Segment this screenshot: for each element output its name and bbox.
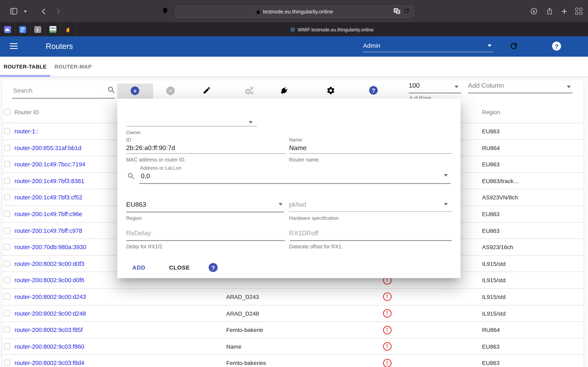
row-checkbox[interactable] (4, 244, 10, 250)
back-icon[interactable] (39, 7, 48, 16)
row-checkbox[interactable] (4, 178, 10, 184)
web-page: Routers Admin ? ROUTER-TABLE ROUTER-MAP … (0, 36, 588, 367)
tab-router-map[interactable]: ROUTER-MAP (50, 57, 96, 77)
address-search-icon (127, 172, 135, 180)
chevron-down-icon (444, 203, 448, 206)
dialog-help-button[interactable]: ? (209, 263, 218, 272)
active-tab-indicator (0, 75, 50, 77)
add-router-button[interactable]: + (131, 86, 139, 95)
row-checkbox[interactable] (4, 145, 10, 151)
new-tab-icon[interactable]: + (562, 7, 567, 15)
name-helper: Router name. (289, 157, 320, 163)
pinned-tab-info[interactable]: I (30, 23, 45, 36)
router-id-link[interactable]: router-200:8002:9c00:d248 (15, 310, 86, 317)
hardware-underline (289, 211, 452, 212)
pinned-tab-docs[interactable] (15, 23, 30, 36)
privacy-shield-icon[interactable] (162, 7, 169, 15)
router-id-link[interactable]: router-200:1c49:7bf3:8361 (15, 178, 84, 184)
router-id-link[interactable]: router-200:8002:9c03:f85f (15, 327, 83, 333)
row-checkbox[interactable] (4, 211, 10, 217)
region-cell: EU863/track… (482, 178, 519, 184)
region-cell: RU864 (482, 145, 500, 151)
search-input[interactable]: Search (13, 87, 33, 94)
usda-icon: USDA (49, 26, 56, 33)
row-checkbox[interactable] (4, 261, 10, 267)
router-id-link[interactable]: router-1:: (15, 128, 39, 134)
router-id-link[interactable]: router-200:8002:9c00:d0f3 (15, 261, 84, 267)
region-cell: EU863 (482, 227, 500, 234)
region-cell: EU863 (482, 161, 500, 167)
toolbar-help-button[interactable]: ? (369, 86, 378, 95)
row-checkbox[interactable] (4, 227, 10, 234)
table-row: router-200:8002:9c00:d248 ARAD_D248 ! IL… (2, 305, 584, 322)
safari-window: testnode.eu.thingularity.online A文 + I U… (0, 0, 588, 367)
region-underline (126, 212, 284, 212)
error-icon[interactable]: ! (383, 292, 391, 301)
router-id-link[interactable]: router-200:8002:9c00:d243 (15, 294, 86, 300)
region-cell: AS923VN/8ch (482, 194, 518, 201)
error-icon[interactable]: ! (383, 359, 391, 367)
name-field[interactable]: Name (289, 144, 306, 152)
error-icon[interactable]: ! (383, 309, 391, 318)
chevron-down-icon[interactable] (444, 174, 448, 176)
router-id-link[interactable]: router-200:70db:980a:3930 (15, 244, 86, 250)
address-underline (139, 183, 451, 184)
add-button[interactable]: ADD (132, 264, 145, 271)
rxdelay-field[interactable]: RxDelay (126, 230, 151, 237)
router-id-link[interactable]: router-200:1c49:7bcc:7194 (15, 161, 85, 167)
refresh-button[interactable] (509, 42, 518, 50)
help-button[interactable]: ? (552, 42, 561, 50)
error-icon[interactable]: ! (383, 342, 391, 351)
menu-icon[interactable] (10, 43, 17, 50)
router-id-link[interactable]: router-200:8002:9c03:f860 (15, 343, 84, 350)
firebase-icon (64, 26, 71, 33)
router-id-link[interactable]: router-200:8002:9c03:f8d4 (15, 360, 84, 366)
column-header-region: Region (482, 109, 500, 115)
hardware-label: Hardware specification (289, 215, 339, 221)
region-cell: EU863 (482, 211, 500, 217)
row-checkbox[interactable] (4, 294, 10, 300)
add-router-dialog: Owner ID 2b:26:a0:ff:90:7d MAC address o… (117, 99, 461, 278)
router-id-link[interactable]: router-200:8002:9c00:d0f6 (15, 277, 84, 284)
address-bar[interactable]: testnode.eu.thingularity.online A文 (175, 5, 414, 18)
translate-icon[interactable]: A文 (393, 8, 400, 14)
share-icon[interactable] (546, 7, 553, 15)
owner-select[interactable] (126, 126, 257, 126)
router-id-link[interactable]: router-200:1c49:7bff:c96e (15, 211, 82, 217)
row-checkbox[interactable] (4, 194, 10, 200)
sidebar-toggle-icon[interactable] (9, 7, 18, 16)
row-checkbox[interactable] (4, 310, 10, 316)
router-id-link[interactable]: router-200:1c49:7bff:c978 (15, 227, 82, 234)
row-checkbox[interactable] (4, 128, 10, 134)
hardware-select[interactable]: pkfwd (289, 201, 306, 208)
id-field[interactable]: 2b:26:a0:ff:90:7d (126, 144, 175, 152)
pinned-tab-firebase[interactable] (61, 23, 76, 36)
row-checkbox[interactable] (4, 343, 10, 349)
settings-gear-icon[interactable] (326, 86, 335, 95)
region-select[interactable]: EU863 (126, 201, 146, 208)
error-icon[interactable]: ! (383, 325, 391, 334)
browser-tab-strip: I USDA WMIF:testnode.eu.thingularity.onl… (0, 22, 588, 36)
row-checkbox[interactable] (4, 327, 10, 333)
select-all-checkbox[interactable] (4, 109, 10, 115)
router-id-link[interactable]: router-200:1c49:7bf3:cf52 (15, 194, 82, 201)
close-button[interactable]: CLOSE (169, 264, 190, 271)
reload-icon[interactable] (403, 8, 410, 14)
active-browser-tab[interactable]: WMIF:testnode.eu.thingularity.online (76, 23, 588, 36)
tab-overview-icon[interactable] (575, 8, 582, 15)
row-checkbox[interactable] (4, 360, 10, 366)
sidebar-chevron-icon[interactable] (24, 11, 27, 13)
account-select[interactable]: Admin (363, 40, 493, 52)
tab-router-table[interactable]: ROUTER-TABLE (0, 57, 50, 77)
rows-per-page-select[interactable]: 100 (409, 82, 461, 89)
router-name-cell: ARAD_D248 (226, 310, 259, 317)
row-checkbox[interactable] (4, 161, 10, 167)
pinned-tab-icloud[interactable] (0, 23, 15, 36)
address-field[interactable]: 0,0 (141, 173, 150, 180)
pinned-tab-usda[interactable]: USDA (45, 23, 61, 36)
downloads-icon[interactable] (530, 7, 538, 15)
add-column-select[interactable]: Add Column (468, 82, 572, 89)
row-checkbox[interactable] (4, 277, 10, 283)
rx1droff-field[interactable]: RX1DRoff (289, 230, 318, 237)
router-id-link[interactable]: router-200:855:31af:bb1d (15, 145, 81, 151)
